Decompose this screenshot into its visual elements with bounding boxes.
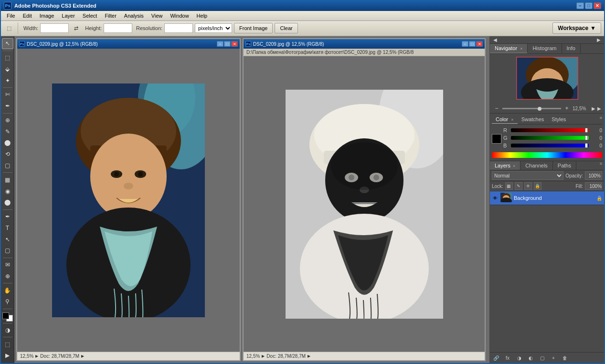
fill-input[interactable]	[585, 182, 602, 190]
tool-zoom[interactable]: ⚲	[2, 296, 13, 307]
zoom-contract-icon[interactable]: ▶	[597, 106, 601, 111]
rp-right-arrow[interactable]: ▶	[595, 37, 602, 42]
tool-marquee[interactable]: ⬚	[2, 52, 13, 63]
doc2-close[interactable]: ✕	[476, 41, 483, 47]
menu-select[interactable]: Select	[79, 12, 101, 20]
tool-path-select[interactable]: ↖	[2, 234, 13, 245]
zoom-slider[interactable]	[502, 108, 561, 109]
width-input[interactable]	[40, 23, 69, 33]
menu-edit[interactable]: Edit	[19, 12, 36, 20]
tab-paths[interactable]: Paths	[553, 161, 576, 170]
tool-brush[interactable]: ✎	[2, 126, 13, 137]
doc1-close[interactable]: ✕	[231, 41, 238, 47]
layer-delete-btn[interactable]: 🗑	[561, 354, 569, 362]
layer-background-row[interactable]: 👁 Background 🔒	[490, 191, 604, 205]
blend-mode-select[interactable]: Normal Multiply Screen	[492, 171, 563, 180]
app-close-button[interactable]: ✕	[594, 2, 601, 9]
swap-wh-icon[interactable]: ⇄	[71, 23, 81, 33]
foreground-color-swatch[interactable]	[492, 134, 501, 144]
foreground-color[interactable]	[2, 312, 9, 319]
tab-layers-close[interactable]: ×	[513, 164, 515, 168]
layer-mask-btn[interactable]: ◑	[515, 354, 523, 362]
tool-dodge[interactable]: ⬤	[2, 197, 13, 208]
lock-transparent-btn[interactable]: ▦	[505, 182, 513, 190]
tool-crop[interactable]: ✄	[2, 89, 13, 100]
tool-healing-brush[interactable]: ⊕	[2, 115, 13, 126]
tool-shape[interactable]: ▢	[2, 245, 13, 256]
zoom-out-icon[interactable]: −	[493, 104, 500, 112]
doc2-zoom-arrow[interactable]: ▶	[262, 354, 265, 358]
tab-channels[interactable]: Channels	[520, 161, 552, 170]
app-minimize-button[interactable]: −	[576, 2, 584, 9]
layer-visibility-toggle[interactable]: 👁	[492, 195, 499, 201]
blue-slider[interactable]	[511, 144, 589, 147]
tool-eraser[interactable]: ▢	[2, 160, 13, 171]
lock-paint-btn[interactable]: ✎	[515, 182, 522, 190]
tab-info[interactable]: Info	[562, 44, 581, 53]
zoom-expand-icon[interactable]: ▶	[592, 106, 595, 111]
doc2-status-arrow[interactable]: ▶	[308, 354, 310, 358]
layer-fx-btn[interactable]: fx	[503, 354, 512, 362]
tab-color-close[interactable]: ×	[511, 117, 513, 122]
tool-blur[interactable]: ◉	[2, 186, 13, 197]
color-panel-options[interactable]: ≡	[600, 115, 602, 124]
menu-view[interactable]: View	[148, 12, 167, 20]
doc1-maximize[interactable]: □	[224, 41, 231, 47]
zoom-percent[interactable]: 12,5%	[573, 106, 590, 111]
tab-histogram[interactable]: Histogram	[528, 44, 562, 53]
color-spectrum[interactable]	[492, 152, 602, 158]
color-swatch[interactable]	[2, 312, 13, 322]
resolution-input[interactable]	[164, 23, 193, 33]
tool-edit-video[interactable]: ▶	[2, 350, 13, 361]
tool-eyedropper2[interactable]: ⊕	[2, 270, 13, 281]
tab-navigator-close[interactable]: ×	[520, 46, 522, 51]
menu-layer[interactable]: Layer	[58, 12, 79, 20]
tab-layers[interactable]: Layers ×	[490, 161, 520, 170]
doc1-zoom-arrow[interactable]: ▶	[35, 354, 38, 358]
doc1-status-arrow[interactable]: ▶	[81, 354, 84, 358]
lock-all-btn[interactable]: 🔒	[534, 182, 541, 190]
layer-adjustment-btn[interactable]: ◐	[526, 354, 535, 362]
tool-history-brush[interactable]: ⟲	[2, 149, 13, 160]
app-maximize-button[interactable]: □	[585, 2, 593, 9]
zoom-in-icon[interactable]: +	[563, 104, 571, 112]
resolution-unit-select[interactable]: pixels/inch pixels/cm	[195, 23, 232, 33]
tool-clone-stamp[interactable]: ⬤	[2, 137, 13, 148]
doc2-minimize[interactable]: −	[462, 41, 468, 47]
tool-pen[interactable]: ✒	[2, 211, 13, 222]
tool-text[interactable]: T	[2, 222, 13, 233]
tab-styles[interactable]: Styles	[548, 115, 570, 124]
menu-file[interactable]: File	[3, 12, 19, 20]
tab-navigator[interactable]: Navigator ×	[490, 44, 528, 53]
red-slider[interactable]	[511, 128, 589, 132]
green-slider[interactable]	[511, 136, 589, 140]
clear-button[interactable]: Clear	[275, 23, 297, 33]
tool-move[interactable]: ↖	[2, 38, 13, 49]
tool-hand[interactable]: ✋	[2, 285, 13, 296]
layer-new-btn[interactable]: +	[549, 354, 558, 362]
menu-analysis[interactable]: Analysis	[120, 12, 148, 20]
menu-help[interactable]: Help	[193, 12, 212, 20]
layer-group-btn[interactable]: ▢	[538, 354, 546, 362]
workspace-button[interactable]: Workspace ▼	[552, 22, 601, 34]
menu-image[interactable]: Image	[36, 12, 58, 20]
layer-link-btn[interactable]: 🔗	[492, 354, 500, 362]
menu-filter[interactable]: Filter	[101, 12, 120, 20]
tool-gradient[interactable]: ▦	[2, 174, 13, 185]
tab-swatches[interactable]: Swatches	[518, 115, 548, 124]
doc2-maximize[interactable]: □	[469, 41, 476, 47]
tool-magic-wand[interactable]: ✦	[2, 75, 13, 86]
tool-screen-mode[interactable]: ⬚	[2, 339, 13, 350]
height-input[interactable]	[104, 23, 132, 33]
rp-left-arrow[interactable]: ◀	[492, 37, 499, 42]
tool-mask-mode[interactable]: ◑	[2, 325, 13, 336]
doc1-minimize[interactable]: −	[217, 41, 223, 47]
layers-options-icon[interactable]: ≡	[598, 161, 604, 170]
tool-lasso[interactable]: ⬙	[2, 64, 13, 75]
menu-window[interactable]: Window	[166, 12, 192, 20]
tool-notes[interactable]: ✉	[2, 260, 13, 270]
lock-move-btn[interactable]: ✛	[524, 182, 532, 190]
tab-color[interactable]: Color ×	[492, 115, 518, 124]
tool-eyedropper[interactable]: ✒	[2, 101, 13, 112]
opacity-input[interactable]	[585, 171, 602, 180]
